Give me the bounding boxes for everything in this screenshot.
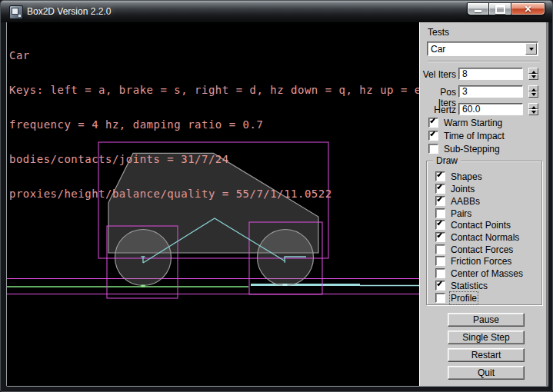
- client-area: Car Keys: left = a, brake = s, right = d…: [6, 22, 548, 387]
- front-contact-point: [283, 284, 288, 286]
- title-bar[interactable]: Box2D Version 2.2.0 ✕: [1, 1, 552, 22]
- rear-contact-point: [142, 285, 145, 287]
- checkbox-box[interactable]: [435, 244, 445, 254]
- maximize-icon: [495, 5, 505, 14]
- vel-iters-down-button[interactable]: [528, 74, 538, 80]
- arrow-up-icon: [531, 104, 536, 109]
- control-panel: Tests Car Vel Iters 8 Pos Iters 3 He: [419, 22, 548, 386]
- checkbox-box[interactable]: [435, 256, 445, 266]
- tests-dropdown[interactable]: Car: [427, 42, 538, 56]
- vel-iters-label: Vel Iters: [420, 69, 456, 80]
- checkbox-box[interactable]: [428, 118, 438, 128]
- checkbox-box[interactable]: [435, 184, 445, 194]
- checkbox-box[interactable]: [435, 281, 445, 291]
- chevron-down-icon: [529, 48, 534, 53]
- separator: [428, 61, 540, 62]
- tests-dropdown-button[interactable]: [525, 43, 537, 55]
- checkbox-label: Time of Impact: [444, 131, 505, 141]
- single-step-button[interactable]: Single Step: [448, 331, 525, 344]
- hertz-spinner: [528, 103, 538, 115]
- checkbox-box[interactable]: [435, 268, 445, 278]
- checkbox-label: Statistics: [451, 281, 488, 291]
- simulation-canvas[interactable]: Car Keys: left = a, brake = s, right = d…: [7, 22, 419, 386]
- minimize-button[interactable]: [467, 2, 489, 15]
- close-icon: ✕: [524, 5, 531, 14]
- checkbox-label: Center of Masses: [451, 268, 523, 279]
- vel-iters-field[interactable]: 8: [458, 68, 523, 80]
- check-icon: [437, 171, 442, 177]
- close-button[interactable]: ✕: [511, 2, 545, 15]
- hertz-field[interactable]: 60.0: [458, 103, 523, 115]
- checkbox-label: Warm Starting: [444, 118, 502, 128]
- stats-line-proxies: proxies/height/balance/quality = 55/7/1/…: [9, 188, 419, 200]
- checkbox-label: Contact Normals: [451, 232, 519, 243]
- checkbox-box[interactable]: [435, 196, 445, 206]
- tests-dropdown-value: Car: [431, 44, 445, 55]
- checkbox-label: Shapes: [451, 171, 482, 182]
- application-window: Box2D Version 2.2.0 ✕: [0, 0, 553, 392]
- arrow-down-icon: [531, 93, 536, 98]
- arrow-down-icon: [531, 111, 536, 116]
- draw-group-label: Draw: [433, 155, 461, 166]
- vel-iters-spinner: [528, 68, 538, 80]
- checkbox-label: AABBs: [451, 196, 480, 207]
- checkbox-label: Sub-Stepping: [444, 144, 500, 154]
- check-icon: [430, 118, 435, 123]
- check-icon: [437, 232, 442, 238]
- checkbox-label: Pairs: [451, 208, 471, 219]
- arrow-up-icon: [531, 86, 536, 91]
- vel-iters-up-button[interactable]: [528, 68, 538, 74]
- minimize-icon: [475, 10, 481, 12]
- pos-iters-spinner: [528, 85, 538, 98]
- pos-iters-field[interactable]: 3: [458, 85, 523, 98]
- maximize-button[interactable]: [489, 2, 511, 15]
- check-icon: [437, 184, 442, 189]
- checkbox-box[interactable]: [435, 220, 445, 230]
- pause-button[interactable]: Pause: [448, 313, 525, 327]
- stats-line-frequency: frequency = 4 hz, damping ratio = 0.7: [9, 119, 419, 131]
- stats-line-keys: Keys: left = a, brake = s, right = d, hz…: [9, 85, 419, 96]
- check-icon: [430, 131, 435, 136]
- checkbox-label: Friction Forces: [451, 256, 511, 267]
- restart-button[interactable]: Restart: [448, 348, 525, 362]
- check-icon: [437, 281, 442, 286]
- hertz-down-button[interactable]: [528, 109, 538, 115]
- checkbox-label: Profile: [451, 293, 477, 304]
- checkbox-box[interactable]: [435, 171, 445, 181]
- app-icon: [9, 5, 23, 19]
- car-front-wheel: [258, 230, 314, 286]
- pos-iters-up-button[interactable]: [528, 85, 538, 91]
- check-icon: [437, 196, 442, 201]
- quit-button[interactable]: Quit: [448, 366, 525, 380]
- arrow-down-icon: [531, 75, 536, 81]
- statistics-text: Car Keys: left = a, brake = s, right = d…: [9, 27, 419, 223]
- checkbox-box[interactable]: [428, 131, 438, 141]
- checkbox-box[interactable]: [435, 232, 445, 242]
- hertz-label: Hertz: [420, 105, 456, 115]
- tests-label: Tests: [428, 27, 449, 38]
- check-icon: [437, 220, 442, 225]
- checkbox-box[interactable]: [428, 144, 438, 154]
- stats-line-title: Car: [9, 50, 419, 61]
- hertz-up-button[interactable]: [528, 103, 538, 109]
- pos-iters-down-button[interactable]: [528, 91, 538, 98]
- window-controls: ✕: [467, 2, 545, 15]
- checkbox-label: Contact Forces: [451, 244, 513, 255]
- checkbox-label: Joints: [451, 184, 475, 194]
- arrow-up-icon: [531, 68, 536, 74]
- stats-line-bodies: bodies/contacts/joints = 31/7/24: [9, 154, 419, 165]
- window-title: Box2D Version 2.2.0: [27, 6, 111, 17]
- checkbox-box[interactable]: [435, 293, 445, 303]
- checkbox-box[interactable]: [435, 208, 445, 218]
- checkbox-label: Contact Points: [451, 220, 511, 231]
